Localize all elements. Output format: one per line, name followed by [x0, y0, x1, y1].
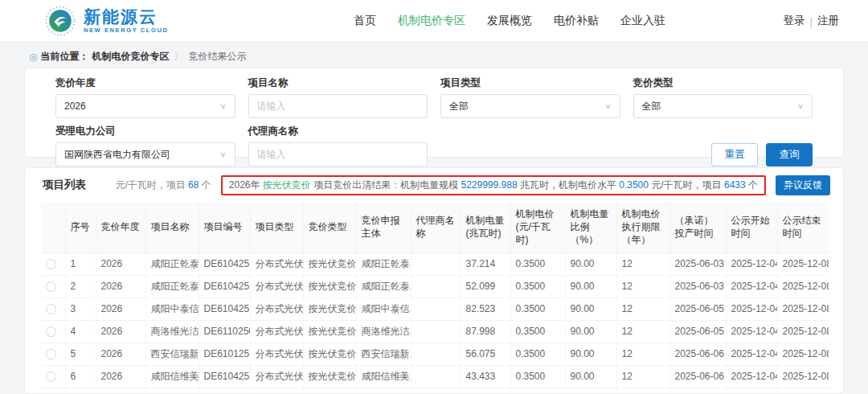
table-cell: 87.998: [461, 320, 510, 343]
table-cell: 2026: [96, 320, 145, 343]
power-company-field: 受理电力公司 国网陕西省电力有限公司 ∨: [55, 125, 235, 166]
table-cell: 7: [65, 388, 96, 394]
logo[interactable]: 新能源云 NEW ENERGY CLOUD: [45, 6, 168, 36]
table-row: 72026咸阳正乾泰...DE610425...分布式光伏按光伏竞价咸阳正乾泰.…: [41, 388, 829, 394]
table-cell: 咸阳中泰信...: [356, 298, 411, 320]
table-cell: 5: [65, 343, 96, 365]
column-header: 公示开始时间: [726, 202, 777, 252]
row-select-cell: [41, 252, 65, 275]
row-select-cell: [41, 365, 65, 388]
register-link[interactable]: 注册: [817, 14, 839, 28]
table-cell: 2025-12-04: [726, 298, 777, 320]
table-cell: 3: [65, 298, 96, 320]
table-row: 62026咸阳信维美...DE610425...分布式光伏按光伏竞价咸阳信维美.…: [41, 365, 829, 388]
table-cell: 82.523: [461, 298, 510, 320]
auth-divider: |: [809, 15, 813, 27]
agent-name-field: 代理商名称: [248, 125, 428, 166]
objection-feedback-button[interactable]: 异议反馈: [776, 175, 830, 195]
table-cell: 2025-12-04: [726, 275, 777, 298]
table-cell: 12: [616, 388, 669, 394]
column-header: 代理商名称: [411, 202, 461, 252]
main-nav: 首页 机制电价专区 发展概览 电价补贴 企业入驻: [354, 0, 665, 42]
table-cell: 2025-12-08: [777, 365, 829, 388]
nav-item-price-subsidy[interactable]: 电价补贴: [554, 14, 599, 28]
breadcrumb-prefix: 当前位置：: [40, 50, 88, 64]
table-row: 32026咸阳中泰信...DE610425...分布式光伏按光伏竞价咸阳中泰信.…: [41, 298, 829, 320]
table-cell: 咸阳中泰信...: [145, 298, 199, 320]
table-cell: DE610425...: [199, 252, 250, 275]
bid-year-field: 竞价年度 2026 ∨: [55, 76, 235, 118]
table-row: 12026咸阳正乾泰...DE610425...分布式光伏按光伏竞价咸阳正乾泰.…: [41, 252, 829, 275]
table-cell: 56.075: [461, 343, 510, 365]
table-cell: 12: [616, 298, 669, 320]
table-cell: 4: [65, 320, 96, 343]
table-body: 12026咸阳正乾泰...DE610425...分布式光伏按光伏竞价咸阳正乾泰.…: [41, 252, 829, 394]
table-cell: 分布式光伏: [250, 388, 303, 394]
table-cell: 咸阳正乾泰...: [145, 275, 199, 298]
row-select-cell: [41, 343, 65, 365]
table-cell: 2: [65, 275, 96, 298]
row-radio[interactable]: [46, 259, 56, 269]
search-button[interactable]: 查询: [766, 143, 813, 166]
location-icon: ◎: [29, 51, 37, 63]
table-cell: 0.3500: [510, 275, 565, 298]
table-cell: [411, 388, 461, 394]
nav-item-mechanism-price-zone[interactable]: 机制电价专区: [398, 14, 465, 28]
table-cell: [411, 275, 461, 298]
bid-year-select[interactable]: 2026 ∨: [55, 94, 235, 118]
table-cell: 分布式光伏: [250, 343, 303, 365]
table-cell: 90.00: [565, 320, 616, 343]
power-company-select[interactable]: 国网陕西省电力有限公司 ∨: [55, 142, 235, 166]
table-cell: 90.00: [565, 298, 616, 320]
project-name-input[interactable]: [257, 101, 420, 112]
table-header-row: 序号竞价年度项目名称项目编号项目类型竞价类型竞价申报主体代理商名称机制电量 (兆…: [41, 202, 829, 252]
table-cell: DE610425...: [199, 388, 250, 394]
bid-year-value: 2026: [64, 101, 86, 112]
table-cell: 2025-06-05: [669, 298, 726, 320]
nav-item-enterprise-entry[interactable]: 企业入驻: [620, 14, 665, 28]
row-select-cell: [41, 275, 65, 298]
table-cell: [411, 320, 461, 343]
project-type-select[interactable]: 全部 ∨: [440, 94, 620, 118]
row-radio[interactable]: [46, 304, 56, 314]
auth-links: 登录 | 注册: [783, 0, 839, 42]
nav-item-home[interactable]: 首页: [354, 14, 376, 28]
row-radio[interactable]: [46, 349, 56, 359]
table-cell: 按光伏竞价: [303, 320, 356, 343]
column-header: 序号: [65, 202, 96, 252]
table-cell: 按光伏竞价: [303, 343, 356, 365]
row-radio[interactable]: [46, 371, 56, 382]
table-cell: 0.3500: [510, 320, 565, 343]
table-cell: 56.952: [461, 388, 510, 394]
login-link[interactable]: 登录: [783, 14, 805, 28]
bid-type-select[interactable]: 全部 ∨: [633, 94, 813, 118]
new-energy-cloud-logo-icon: [45, 6, 76, 36]
row-select-cell: [41, 388, 65, 394]
table-cell: 咸阳正乾泰...: [145, 252, 199, 275]
table-cell: 90.00: [565, 388, 616, 394]
column-header: 机制电价 (元/千瓦时): [510, 202, 565, 252]
table-cell: 商洛维光洁...: [145, 320, 199, 343]
table-cell: 2025-12-04: [726, 365, 777, 388]
table-cell: 90.00: [565, 275, 616, 298]
table-cell: DE610425...: [199, 298, 250, 320]
table-cell: DE610425...: [199, 275, 250, 298]
table-cell: 2025-12-08: [777, 343, 829, 365]
table-cell: [411, 252, 461, 275]
column-header: 机制电价执行期限（年）: [616, 202, 669, 252]
table-cell: 43.433: [461, 365, 510, 388]
column-header: （承诺）投产时间: [669, 202, 726, 252]
breadcrumb: ◎ 当前位置：机制电价竞价专区 〉 竞价结果公示: [29, 50, 246, 64]
table-cell: 2025-06-06: [669, 365, 726, 388]
table-cell: 分布式光伏: [250, 298, 303, 320]
column-header: 机制电量比例（%）: [565, 202, 616, 252]
breadcrumb-section[interactable]: 机制电价竞价专区: [92, 50, 169, 64]
agent-name-input[interactable]: [257, 149, 420, 160]
table-cell: 分布式光伏: [250, 320, 303, 343]
nav-item-development-overview[interactable]: 发展概览: [487, 14, 532, 28]
column-header: 竞价申报主体: [356, 202, 411, 252]
row-radio[interactable]: [46, 281, 56, 292]
agent-name-input-box: [248, 142, 428, 166]
row-radio[interactable]: [46, 326, 56, 337]
reset-button[interactable]: 重置: [711, 143, 758, 166]
